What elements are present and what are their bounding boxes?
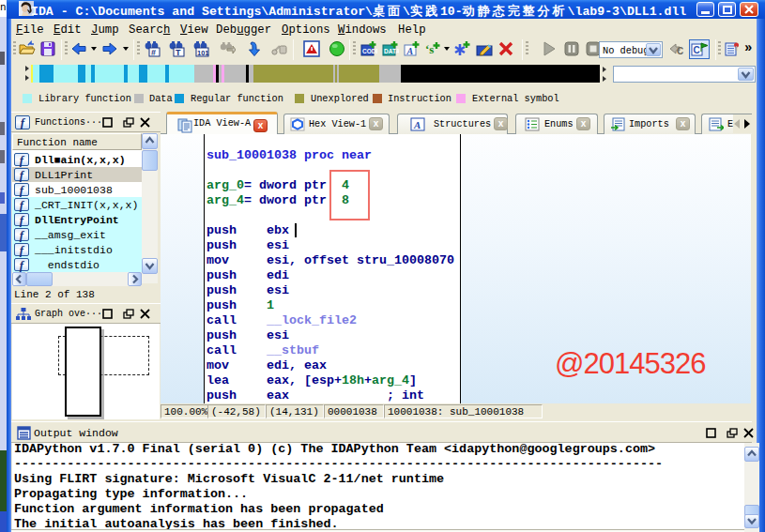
svg-text:#: # — [151, 48, 156, 57]
svg-text:T: T — [176, 48, 181, 57]
svg-text:A: A — [406, 46, 414, 56]
svg-text:A: A — [413, 119, 421, 130]
svg-text:DATA: DATA — [384, 48, 399, 54]
svg-text:C: C — [677, 46, 683, 56]
svg-text:CODE: CODE — [362, 48, 377, 54]
svg-text:C: C — [694, 45, 700, 55]
svg-text:‘s: ‘s — [425, 42, 434, 56]
svg-text:101: 101 — [197, 49, 209, 57]
